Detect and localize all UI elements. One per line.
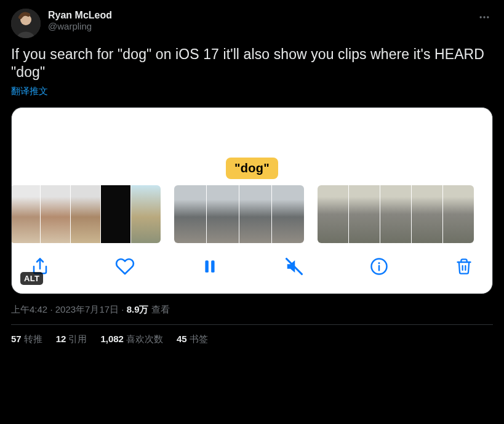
timeline-frame	[41, 185, 70, 243]
translate-link[interactable]: 翻译推文	[11, 86, 48, 97]
tweet: Ryan McLeod @warpling If you search for …	[0, 0, 504, 351]
timeline-frame	[443, 185, 474, 243]
clip-group[interactable]	[11, 185, 161, 243]
video-timeline[interactable]	[12, 185, 492, 243]
stat-bookmarks[interactable]: 45书签	[177, 334, 208, 345]
timeline-frame	[71, 185, 100, 243]
tweet-meta: 上午4:42 · 2023年7月17日 · 8.9万 查看	[11, 304, 493, 325]
timeline-frame	[101, 185, 130, 243]
timeline-frame	[239, 185, 271, 243]
clip-group[interactable]	[318, 185, 474, 243]
svg-point-4	[487, 16, 489, 18]
tweet-date[interactable]: 2023年7月17日	[55, 304, 119, 314]
timeline-frame	[207, 185, 239, 243]
views-label: 查看	[151, 304, 170, 314]
timeline-frame	[174, 185, 206, 243]
display-name[interactable]: Ryan McLeod	[48, 10, 468, 21]
svg-point-3	[483, 16, 485, 18]
tweet-header: Ryan McLeod @warpling	[11, 9, 493, 38]
more-icon[interactable]	[476, 9, 493, 28]
info-icon[interactable]	[368, 255, 390, 278]
stat-quotes[interactable]: 12引用	[56, 334, 87, 345]
pause-icon[interactable]	[199, 255, 221, 278]
tweet-stats: 57转推 12引用 1,082喜欢次数 45书签	[11, 325, 493, 345]
media-controls	[12, 243, 492, 294]
timeline-frame	[412, 185, 442, 243]
svg-point-2	[480, 16, 482, 18]
avatar[interactable]	[11, 9, 41, 38]
heart-icon[interactable]	[114, 255, 136, 278]
timeline-frame	[272, 185, 304, 243]
user-names: Ryan McLeod @warpling	[48, 9, 468, 33]
tweet-media[interactable]: "dog"	[11, 107, 493, 294]
timeline-frame	[11, 185, 40, 243]
tweet-text: If you search for "dog" on iOS 17 it'll …	[11, 46, 493, 82]
clip-group[interactable]	[174, 185, 304, 243]
alt-badge[interactable]: ALT	[20, 272, 43, 285]
timeline-frame	[131, 185, 161, 243]
svg-rect-6	[205, 260, 208, 273]
search-term-label: "dog"	[226, 158, 278, 179]
views-count[interactable]: 8.9万	[127, 304, 149, 314]
timeline-frame	[318, 185, 348, 243]
timeline-frame	[349, 185, 380, 243]
svg-rect-7	[211, 260, 214, 273]
user-handle[interactable]: @warpling	[48, 21, 468, 33]
stat-likes[interactable]: 1,082喜欢次数	[100, 334, 163, 345]
tweet-time[interactable]: 上午4:42	[11, 304, 47, 314]
svg-point-11	[378, 262, 380, 264]
trash-icon[interactable]	[453, 255, 475, 278]
timeline-frame	[380, 185, 411, 243]
media-caption-area: "dog"	[12, 108, 492, 185]
stat-retweets[interactable]: 57转推	[11, 334, 42, 345]
mute-icon[interactable]	[283, 255, 305, 278]
